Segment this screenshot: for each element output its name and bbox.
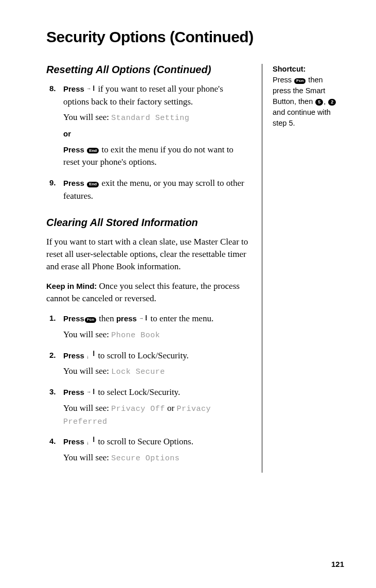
display-text: Lock Secure xyxy=(111,368,165,376)
press-label: Press xyxy=(63,351,84,360)
step-number: 1. xyxy=(46,313,63,341)
press-label: Press xyxy=(63,84,84,93)
section-heading-resetting: Resetting All Options (Continued) xyxy=(46,64,249,76)
display-text: Secure Options xyxy=(111,454,180,463)
step-4: 4. Press to scroll to Secure Options. Yo… xyxy=(46,436,249,464)
press-label: Press xyxy=(63,145,84,154)
steps-list-1: 8. Press if you want to reset all your p… xyxy=(46,83,249,202)
step-body: PressFcn then press to enter the menu. Y… xyxy=(63,313,249,341)
shortcut-text-1: Press xyxy=(273,76,294,84)
display-line: You will see: Standard Setting xyxy=(63,111,249,124)
step-9: 9. Press End exit the menu, or you may s… xyxy=(46,177,249,202)
keep-label: Keep in Mind: xyxy=(46,282,97,290)
step-number: 9. xyxy=(46,177,63,202)
sidebar: Shortcut: Press Fcn then press the Smart… xyxy=(262,64,337,473)
key-5-icon: 5 xyxy=(315,99,323,106)
main-column: Resetting All Options (Continued) 8. Pre… xyxy=(46,64,262,473)
step-number: 2. xyxy=(46,350,63,378)
display-text: Privacy Off xyxy=(111,405,165,413)
step-number: 3. xyxy=(46,386,63,427)
step-2: 2. Press to scroll to Lock/Security. You… xyxy=(46,350,249,378)
shortcut-label: Shortcut: xyxy=(273,65,306,73)
press-label: Press xyxy=(63,314,84,323)
section-clearing: Clearing All Stored Information If you w… xyxy=(46,217,249,464)
nav-right-icon xyxy=(87,388,95,395)
shortcut-text-3: and continue with step 5. xyxy=(273,108,331,127)
display-line: You will see: Privacy Off or Privacy Pre… xyxy=(63,402,249,428)
press-label: Press xyxy=(63,388,84,396)
step-body: Press to select Lock/Security. You will … xyxy=(63,386,249,427)
or-label: or xyxy=(63,128,249,140)
section-heading-clearing: Clearing All Stored Information xyxy=(46,217,249,229)
step-1: 1. PressFcn then press to enter the menu… xyxy=(46,313,249,341)
nav-right-icon xyxy=(140,315,147,322)
page-number: 121 xyxy=(331,560,344,568)
step-body: Press to scroll to Lock/Security. You wi… xyxy=(63,350,249,378)
alt-instruction: Press End to exit the menu if you do not… xyxy=(63,144,249,169)
step-text: to enter the menu. xyxy=(148,314,213,323)
you-will-see: You will see: xyxy=(63,330,111,339)
press-label: Press xyxy=(63,437,84,446)
steps-list-2: 1. PressFcn then press to enter the menu… xyxy=(46,313,249,464)
step-number: 8. xyxy=(46,83,63,169)
nav-down-icon xyxy=(87,352,95,359)
key-2-icon: 2 xyxy=(328,99,336,106)
fcn-key-icon: Fcn xyxy=(85,317,96,323)
step-8: 8. Press if you want to reset all your p… xyxy=(46,83,249,169)
step-3: 3. Press to select Lock/Security. You wi… xyxy=(46,386,249,427)
you-will-see: You will see: xyxy=(63,366,111,376)
fcn-key-icon: Fcn xyxy=(294,78,306,84)
display-line: You will see: Secure Options xyxy=(63,452,249,464)
press-label: press xyxy=(116,314,137,323)
content-layout: Resetting All Options (Continued) 8. Pre… xyxy=(46,64,345,473)
nav-right-icon xyxy=(87,85,95,92)
step-text: to select Lock/Security. xyxy=(96,387,180,397)
display-text: Phone Book xyxy=(111,331,160,340)
display-text: Standard Setting xyxy=(111,114,189,123)
nav-down-icon xyxy=(87,438,95,445)
intro-text: If you want to start with a clean slate,… xyxy=(46,236,249,272)
press-label: Press xyxy=(63,179,84,187)
page-title: Security Options (Continued) xyxy=(46,28,345,46)
end-key-icon: End xyxy=(87,148,99,153)
keep-in-mind: Keep in Mind: Once you select this featu… xyxy=(46,280,249,305)
display-line: You will see: Lock Secure xyxy=(63,365,249,378)
shortcut-note: Shortcut: Press Fcn then press the Smart… xyxy=(273,64,337,129)
end-key-icon: End xyxy=(87,182,99,187)
or-text: or xyxy=(165,403,177,413)
display-line: You will see: Phone Book xyxy=(63,328,249,341)
comma: , xyxy=(324,97,328,106)
then-text: then xyxy=(97,314,116,323)
step-body: Press End exit the menu, or you may scro… xyxy=(63,177,249,202)
you-will-see: You will see: xyxy=(63,112,111,122)
you-will-see: You will see: xyxy=(63,403,111,413)
step-number: 4. xyxy=(46,436,63,464)
you-will-see: You will see: xyxy=(63,453,111,462)
step-body: Press if you want to reset all your phon… xyxy=(63,83,249,169)
step-body: Press to scroll to Secure Options. You w… xyxy=(63,436,249,464)
step-text: to scroll to Lock/Security. xyxy=(96,351,189,360)
step-text: to scroll to Secure Options. xyxy=(96,437,193,446)
